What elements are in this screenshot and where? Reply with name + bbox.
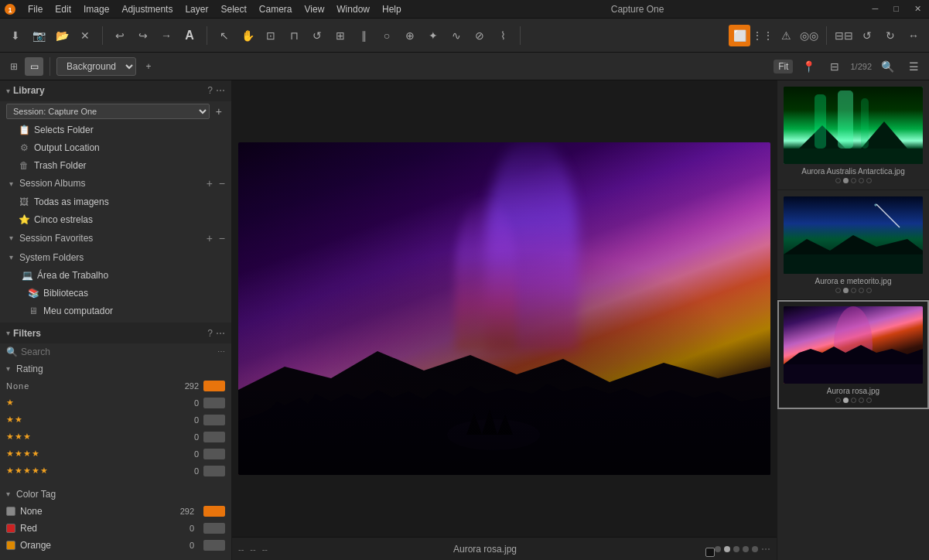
color-mode-button[interactable]: ⬜ bbox=[729, 25, 750, 46]
hand-tool[interactable]: ✋ bbox=[237, 25, 258, 46]
separator-3 bbox=[520, 26, 521, 45]
arrow-tool[interactable]: ↖ bbox=[213, 25, 235, 46]
right-panel: Aurora Australis Antarctica.jpg bbox=[777, 80, 929, 560]
trash-folder-label: Trash Folder bbox=[34, 160, 87, 171]
session-favorites-minus-icon[interactable]: − bbox=[219, 232, 225, 244]
rating-5star-bar bbox=[203, 466, 225, 476]
image-checkbox[interactable] bbox=[705, 548, 715, 557]
menu-image[interactable]: Image bbox=[77, 2, 115, 16]
all-images-item[interactable]: 🖼 Todas as imagens bbox=[0, 193, 231, 211]
delete-button[interactable]: ✕ bbox=[74, 25, 96, 46]
circle-tool[interactable]: ○ bbox=[376, 25, 398, 46]
select-lasso-tool[interactable]: ⊓ bbox=[283, 25, 305, 46]
trash-folder-item[interactable]: 🗑 Trash Folder bbox=[0, 156, 231, 174]
main-toolbar: ⬇ 📷 📂 ✕ ↩ ↪ → A ↖ ✋ ⊡ ⊓ ↺ ⊞ ∥ ○ ⊕ ✦ ∿ ⊘ … bbox=[0, 19, 929, 53]
film-item-2[interactable]: Aurora e meteorito.jpg bbox=[777, 190, 929, 300]
dot-2 bbox=[724, 546, 730, 552]
session-albums-header[interactable]: ▾ Session Albums + − bbox=[0, 174, 231, 193]
menu-help[interactable]: Help bbox=[376, 2, 408, 16]
brush-tool[interactable]: ∿ bbox=[446, 25, 467, 46]
film-item-3[interactable]: Aurora rosa.jpg bbox=[777, 300, 929, 409]
session-add-button[interactable]: + bbox=[213, 105, 225, 118]
session-albums-minus-icon[interactable]: − bbox=[219, 177, 225, 190]
menu-file[interactable]: File bbox=[22, 2, 49, 16]
image-overlay bbox=[238, 142, 770, 475]
rating-filter-header[interactable]: ▾ Rating bbox=[6, 360, 225, 377]
rotate-tool[interactable]: ↺ bbox=[306, 25, 328, 46]
pin-button[interactable]: 📍 bbox=[798, 56, 819, 77]
menu-adjustments[interactable]: Adjustments bbox=[115, 2, 179, 16]
background-select[interactable]: Background bbox=[56, 57, 136, 76]
straighten-tool[interactable]: ∥ bbox=[353, 25, 374, 46]
single-view-tab[interactable]: ▭ bbox=[25, 57, 43, 76]
five-stars-label: Cinco estrelas bbox=[34, 214, 93, 225]
session-favorites-title: Session Favorites bbox=[19, 233, 203, 244]
color-red-swatch bbox=[6, 524, 15, 533]
compare-button[interactable]: ⊟ bbox=[824, 56, 845, 77]
rating-none-label: None bbox=[6, 381, 176, 391]
svg-rect-15 bbox=[861, 98, 869, 149]
svg-rect-13 bbox=[815, 94, 826, 149]
crop-tool[interactable]: ⊞ bbox=[330, 25, 351, 46]
close-button[interactable]: ✕ bbox=[910, 2, 926, 15]
select-rect-tool[interactable]: ⊡ bbox=[260, 25, 282, 46]
clone-tool[interactable]: ✦ bbox=[422, 25, 444, 46]
session-albums-add-icon[interactable]: + bbox=[207, 177, 213, 190]
undo-button[interactable]: ↩ bbox=[109, 25, 131, 46]
my-computer-item[interactable]: 🖥 Meu computador bbox=[0, 302, 231, 320]
filters-more-icon[interactable]: ⋯ bbox=[216, 328, 225, 339]
menu-camera[interactable]: Camera bbox=[253, 2, 299, 16]
sync-all-button[interactable]: ↻ bbox=[879, 25, 901, 46]
image-viewport[interactable] bbox=[232, 80, 777, 537]
warning-button[interactable]: ⚠ bbox=[775, 25, 797, 46]
forward-button[interactable]: → bbox=[155, 25, 177, 46]
menu-view[interactable]: View bbox=[299, 2, 331, 16]
selects-folder-item[interactable]: 📋 Selects Folder bbox=[0, 121, 231, 139]
fit-label: Fit bbox=[774, 60, 793, 73]
menu-edit[interactable]: Edit bbox=[49, 2, 77, 16]
import-button[interactable]: ⬇ bbox=[5, 25, 26, 46]
library-help-icon[interactable]: ? bbox=[207, 85, 213, 96]
desktop-item[interactable]: 💻 Área de Trabalho bbox=[0, 267, 231, 285]
filters-help-icon[interactable]: ? bbox=[207, 328, 213, 339]
session-favorites-add-icon[interactable]: + bbox=[207, 232, 213, 244]
filters-section-header[interactable]: ▾ Filters ? ⋯ bbox=[0, 323, 231, 343]
rating-1star-count: 0 bbox=[176, 398, 199, 408]
session-favorites-header[interactable]: ▾ Session Favorites + − bbox=[0, 228, 231, 248]
grid-view-tab[interactable]: ⊞ bbox=[5, 57, 23, 76]
search-more-icon[interactable]: ⋯ bbox=[217, 347, 225, 356]
redo-button[interactable]: ↪ bbox=[132, 25, 154, 46]
session-select[interactable]: Session: Capture One bbox=[6, 104, 210, 119]
restore-button[interactable]: □ bbox=[889, 2, 903, 15]
capture-button[interactable]: 📷 bbox=[28, 25, 50, 46]
libraries-item[interactable]: 📚 Bibliotecas bbox=[0, 285, 231, 302]
heal-tool[interactable]: ⊕ bbox=[399, 25, 421, 46]
color-tag-filter-header[interactable]: ▾ Color Tag bbox=[6, 486, 225, 503]
system-folders-header[interactable]: ▾ System Folders bbox=[0, 248, 231, 267]
add-view-button[interactable]: + bbox=[139, 57, 158, 76]
text-tool[interactable]: A bbox=[179, 25, 200, 46]
menu-layer[interactable]: Layer bbox=[179, 2, 214, 16]
menu-window[interactable]: Window bbox=[330, 2, 376, 16]
gradient-tool[interactable]: ⌇ bbox=[492, 25, 514, 46]
menu-select[interactable]: Select bbox=[214, 2, 252, 16]
film-button[interactable]: ⊟⊟ bbox=[833, 25, 855, 46]
eraser-tool[interactable]: ⊘ bbox=[469, 25, 490, 46]
info-button[interactable]: ☰ bbox=[903, 56, 924, 77]
session-favorites-chevron: ▾ bbox=[9, 234, 13, 242]
library-section-header[interactable]: ▾ Library ? ⋯ bbox=[0, 80, 231, 101]
minimize-button[interactable]: ─ bbox=[868, 2, 883, 15]
more-dots[interactable]: ⋯ bbox=[761, 544, 770, 555]
grid-overlay-button[interactable]: ⋮⋮ bbox=[752, 25, 774, 46]
browse-button[interactable]: 📂 bbox=[51, 25, 73, 46]
sync-button[interactable]: ↺ bbox=[856, 25, 878, 46]
loupe-button[interactable]: ◎◎ bbox=[798, 25, 820, 46]
five-stars-item[interactable]: ⭐ Cinco estrelas bbox=[0, 211, 231, 229]
expand-button[interactable]: ↔ bbox=[903, 25, 924, 46]
film-item-1[interactable]: Aurora Australis Antarctica.jpg bbox=[777, 80, 929, 190]
search-input[interactable] bbox=[21, 347, 214, 357]
film-tools: ⊟⊟ ↺ ↻ ↔ bbox=[833, 25, 924, 46]
output-location-item[interactable]: ⚙ Output Location bbox=[0, 138, 231, 156]
library-more-icon[interactable]: ⋯ bbox=[216, 85, 225, 96]
search-tool-button[interactable]: 🔍 bbox=[876, 56, 898, 77]
